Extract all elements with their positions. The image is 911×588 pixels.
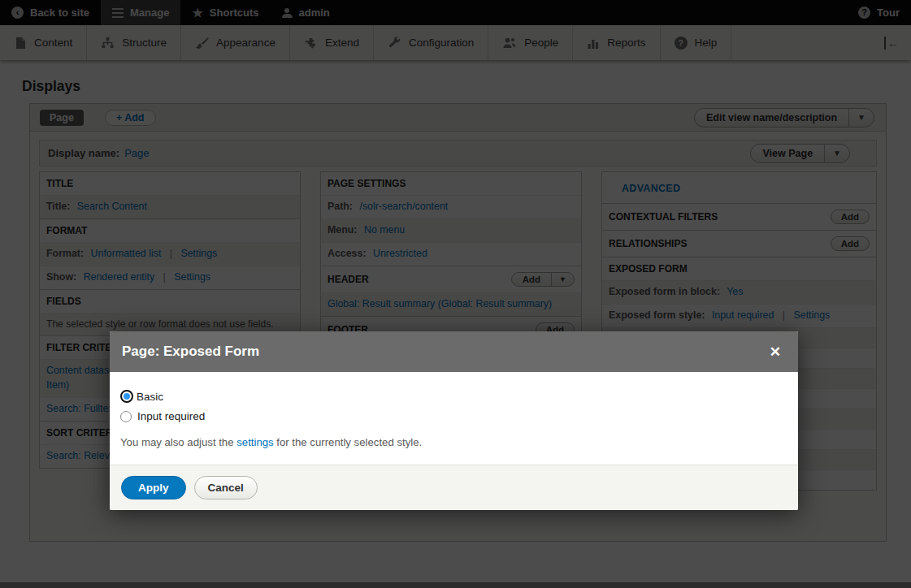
option-input-required[interactable]: Input required [120,410,787,422]
dialog-body: Basic Input required You may also adjust… [110,372,798,465]
settings-link[interactable]: settings [236,436,273,448]
dialog-buttonpane: Apply Cancel [110,465,798,510]
exposed-form-dialog: Page: Exposed Form ✕ Basic Input require… [110,331,798,510]
dialog-cancel-button[interactable]: Cancel [194,476,258,499]
radio-selected-icon[interactable] [122,391,132,401]
radio-unselected-icon[interactable] [120,411,132,422]
dialog-title: Page: Exposed Form [122,344,259,360]
dialog-note: You may also adjust the settings for the… [120,436,787,448]
dialog-titlebar: Page: Exposed Form ✕ [110,331,798,372]
option-basic[interactable]: Basic [120,390,787,403]
close-icon[interactable]: ✕ [765,342,786,362]
option-input-required-label: Input required [137,410,205,422]
option-basic-label: Basic [137,391,163,403]
apply-button[interactable]: Apply [121,476,186,499]
